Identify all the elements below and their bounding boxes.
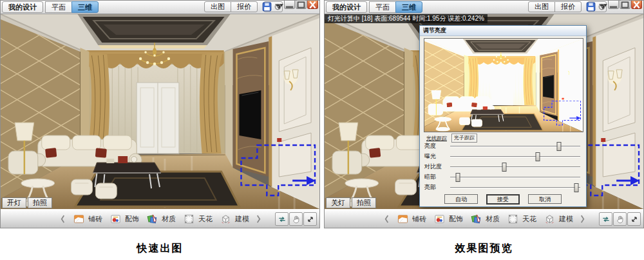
tool-tile[interactable]: 铺砖 bbox=[397, 214, 426, 225]
tool-decor[interactable]: 配饰 bbox=[110, 214, 139, 225]
tool-ceiling[interactable]: 天花 bbox=[507, 214, 536, 225]
auto-button[interactable]: 自动 bbox=[444, 194, 478, 204]
tool-label-decor: 配饰 bbox=[125, 214, 139, 224]
minimize-icon bbox=[284, 0, 295, 10]
decor-icon bbox=[434, 214, 445, 225]
minimize-icon bbox=[608, 0, 619, 10]
tool-label-ceiling: 天花 bbox=[522, 214, 536, 224]
quote-button[interactable]: 报价 bbox=[231, 1, 258, 12]
slider-thumb[interactable] bbox=[535, 152, 540, 161]
exposure-slider[interactable] bbox=[450, 152, 583, 161]
scene-tabs: 关灯 拍照 bbox=[326, 197, 376, 208]
settings-icon[interactable] bbox=[274, 1, 282, 10]
quote-button[interactable]: 报价 bbox=[554, 1, 582, 12]
viewport-3d[interactable]: 灯光计算中 [18] 表面:689544 时间:1.95分 误差:0.242% … bbox=[325, 14, 643, 209]
dialog-buttons: 自动 接受 取消 bbox=[420, 194, 586, 205]
orbit-button[interactable] bbox=[599, 212, 612, 226]
tab-snapshot[interactable]: 拍照 bbox=[352, 197, 376, 208]
cancel-button[interactable]: 取消 bbox=[528, 194, 562, 204]
slider-row-contrast: 对比度 bbox=[424, 162, 583, 171]
render-output-button[interactable]: 出图 bbox=[528, 1, 555, 12]
save-icon bbox=[585, 1, 596, 12]
slider-thumb[interactable] bbox=[502, 163, 507, 172]
slider-label-exposure: 曝光 bbox=[424, 152, 450, 161]
contrast-slider[interactable] bbox=[450, 162, 583, 171]
minimize-button[interactable] bbox=[608, 1, 619, 9]
scroll-left-icon[interactable] bbox=[384, 214, 390, 224]
tool-decor[interactable]: 配饰 bbox=[434, 214, 463, 225]
tool-model[interactable]: 建模 bbox=[220, 214, 249, 225]
slider-row-exposure: 曝光 bbox=[424, 152, 583, 161]
slider-label-highlights: 亮部 bbox=[424, 183, 450, 192]
tab-plan-view[interactable]: 平面 bbox=[369, 1, 396, 13]
tool-label-ceiling: 天花 bbox=[198, 214, 213, 224]
viewport-3d[interactable]: 开灯 拍照 bbox=[1, 14, 319, 209]
scroll-left-icon[interactable] bbox=[60, 214, 66, 224]
close-button[interactable] bbox=[631, 1, 642, 9]
minimize-button[interactable] bbox=[284, 1, 295, 9]
render-preview bbox=[424, 38, 583, 132]
save-icon bbox=[261, 1, 272, 12]
tab-light-off[interactable]: 关灯 bbox=[326, 197, 350, 208]
slider-thumb[interactable] bbox=[574, 183, 578, 192]
decor-icon bbox=[110, 214, 121, 225]
scroll-right-icon[interactable] bbox=[580, 214, 585, 224]
move-button[interactable] bbox=[303, 212, 317, 226]
slider-thumb[interactable] bbox=[556, 142, 561, 151]
orbit-button[interactable] bbox=[275, 212, 289, 226]
tab-light-on[interactable]: 开灯 bbox=[2, 197, 26, 208]
scene-tabs: 开灯 拍照 bbox=[2, 197, 52, 208]
close-icon bbox=[307, 0, 318, 10]
move-button[interactable] bbox=[627, 212, 641, 226]
app-window-quick-render: 我的设计 平面 三维 出图 报价 bbox=[0, 0, 320, 228]
slider-label-contrast: 对比度 bbox=[424, 163, 450, 171]
top-toolbar: 我的设计 平面 三维 出图 报价 bbox=[1, 1, 319, 14]
tool-material[interactable]: 材质 bbox=[471, 214, 500, 225]
tool-label-material: 材质 bbox=[486, 214, 500, 224]
tool-label-model: 建模 bbox=[235, 214, 249, 224]
shadows-slider[interactable] bbox=[450, 172, 583, 181]
slider-thumb[interactable] bbox=[456, 173, 460, 182]
accept-button[interactable]: 接受 bbox=[486, 194, 520, 205]
view-tools bbox=[599, 212, 641, 226]
top-toolbar: 我的设计 平面 三维 出图 报价 bbox=[325, 1, 643, 14]
tile-icon bbox=[397, 214, 408, 225]
tool-material[interactable]: 材质 bbox=[147, 214, 176, 225]
material-icon bbox=[471, 214, 482, 225]
pan-hand-icon bbox=[292, 215, 301, 224]
brightness-slider[interactable] bbox=[450, 141, 583, 150]
tab-3d-view[interactable]: 三维 bbox=[395, 1, 422, 13]
tab-plan-view[interactable]: 平面 bbox=[45, 1, 72, 13]
restore-button[interactable] bbox=[296, 1, 307, 9]
close-button[interactable] bbox=[307, 1, 318, 9]
ceiling-icon bbox=[184, 214, 194, 225]
dialog-title: 调节亮度 bbox=[420, 26, 586, 36]
tab-my-design[interactable]: 我的设计 bbox=[2, 1, 43, 13]
highlights-slider[interactable] bbox=[450, 183, 583, 192]
render-output-button[interactable]: 出图 bbox=[204, 1, 231, 12]
slider-label-brightness: 亮度 bbox=[424, 142, 450, 150]
window-controls bbox=[598, 1, 642, 10]
caption-quick-render: 快速出图 bbox=[0, 242, 320, 255]
pan-button[interactable] bbox=[289, 212, 303, 226]
tool-ceiling[interactable]: 天花 bbox=[184, 214, 213, 225]
scroll-right-icon[interactable] bbox=[256, 214, 261, 224]
slider-row-highlights: 亮部 bbox=[424, 183, 583, 192]
tool-label-material: 材质 bbox=[162, 214, 176, 224]
tab-my-design[interactable]: 我的设计 bbox=[326, 1, 367, 13]
render-progress-status: 灯光计算中 [18] 表面:689544 时间:1.95分 误差:0.242% bbox=[325, 14, 488, 23]
orbit-icon bbox=[278, 215, 287, 224]
tool-model[interactable]: 建模 bbox=[544, 214, 573, 225]
tool-tile[interactable]: 铺砖 bbox=[73, 214, 102, 225]
tab-snapshot[interactable]: 拍照 bbox=[28, 197, 52, 208]
orbit-icon bbox=[601, 215, 611, 224]
slider-row-brightness: 亮度 bbox=[424, 141, 583, 150]
settings-icon[interactable] bbox=[598, 1, 606, 10]
pan-hand-icon bbox=[616, 215, 625, 224]
move-resize-icon bbox=[306, 215, 315, 224]
ceiling-icon bbox=[507, 214, 518, 225]
tool-label-tile: 铺砖 bbox=[412, 214, 426, 224]
restore-button[interactable] bbox=[620, 1, 630, 9]
pan-button[interactable] bbox=[613, 212, 627, 226]
tab-3d-view[interactable]: 三维 bbox=[71, 1, 99, 13]
